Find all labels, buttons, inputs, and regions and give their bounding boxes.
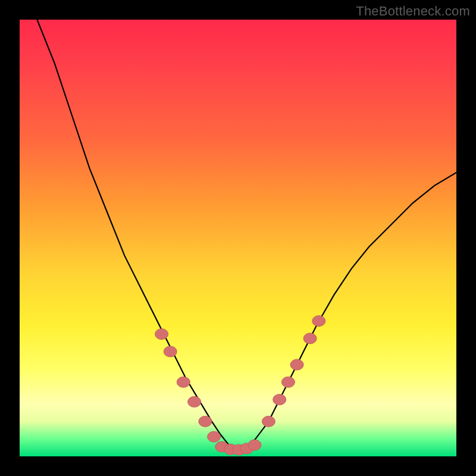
curve-marker <box>290 359 303 370</box>
watermark-text: TheBottleneck.com <box>356 4 470 19</box>
curve-marker <box>273 394 286 405</box>
curve-marker <box>208 431 221 442</box>
curve-marker <box>303 333 317 344</box>
curve-marker <box>188 396 201 407</box>
curve-marker <box>177 377 190 387</box>
curve-layer <box>20 20 456 456</box>
curve-marker <box>164 346 177 357</box>
curve-marker <box>248 440 261 450</box>
marker-group <box>155 316 325 456</box>
curve-marker <box>199 416 212 427</box>
curve-marker <box>155 329 168 340</box>
curve-marker <box>312 316 325 327</box>
bottleneck-curve <box>37 20 456 450</box>
plot-area <box>20 20 456 456</box>
chart-frame: TheBottleneck.com <box>0 0 476 476</box>
curve-marker <box>262 416 275 427</box>
curve-marker <box>281 377 295 387</box>
